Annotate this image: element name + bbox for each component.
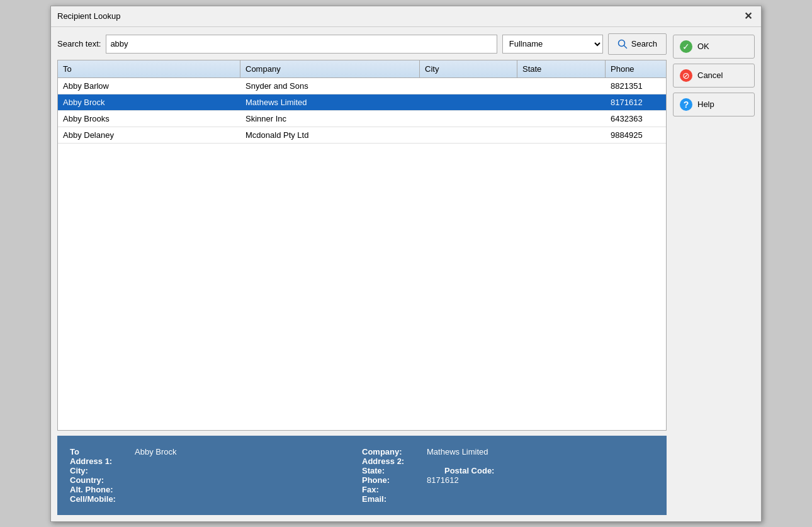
cell-company: Skinner Inc (240, 111, 420, 127)
table-body[interactable]: Abby Barlow Snyder and Sons 8821351 Abby… (58, 78, 666, 430)
search-text-label: Search text: (57, 39, 101, 48)
col-header-company: Company (240, 60, 420, 77)
cancel-icon: ⊘ (680, 69, 692, 82)
detail-company-row: Company: Mathews Limited (362, 447, 654, 456)
cell-city (420, 111, 517, 127)
detail-column-left: To Abby Brock Address 1: City: Count (70, 447, 362, 504)
detail-alt-phone-row: Alt. Phone: (70, 485, 362, 494)
detail-address1-row: Address 1: (70, 456, 362, 466)
cancel-button[interactable]: ⊘ Cancel (673, 64, 755, 88)
cell-state (517, 127, 606, 143)
detail-country-row: Country: (70, 475, 362, 485)
svg-line-1 (624, 45, 626, 48)
table-header: To Company City State Phone (58, 60, 666, 78)
detail-email-label: Email: (362, 494, 422, 504)
table-row[interactable]: Abby Barlow Snyder and Sons 8821351 (58, 78, 666, 94)
col-header-city: City (420, 60, 517, 77)
cell-phone: 8171612 (606, 94, 666, 110)
detail-country-label: Country: (70, 475, 130, 485)
detail-address2-row: Address 2: (362, 456, 654, 466)
detail-panel: To Abby Brock Address 1: City: Count (57, 436, 667, 515)
detail-city-label: City: (70, 466, 130, 475)
cell-to: Abby Delaney (58, 127, 240, 143)
right-panel: ✓ OK ⊘ Cancel ? Help (673, 33, 755, 515)
search-icon (617, 39, 628, 49)
col-header-to: To (58, 60, 240, 77)
col-header-state: State (517, 60, 606, 77)
cell-company: Snyder and Sons (240, 78, 420, 94)
cancel-button-label: Cancel (697, 71, 723, 80)
detail-phone-label: Phone: (362, 475, 422, 485)
cell-phone: 9884925 (606, 127, 666, 143)
search-button-label: Search (631, 39, 657, 48)
detail-to-label: To (70, 447, 130, 456)
results-table-container: To Company City State Phone Abby Barlow … (57, 60, 667, 431)
ok-icon: ✓ (680, 40, 692, 53)
detail-fax-label: Fax: (362, 485, 422, 494)
detail-phone-value: 8171612 (427, 475, 459, 485)
cell-phone: 8821351 (606, 78, 666, 94)
cell-to: Abby Brock (58, 94, 240, 110)
cell-company: Mathews Limited (240, 94, 420, 110)
col-header-phone: Phone (606, 60, 666, 77)
search-field-dropdown[interactable]: Fullname Company City State Phone (502, 35, 603, 54)
search-input[interactable] (106, 35, 497, 54)
detail-postal-label: Postal Code: (444, 466, 504, 475)
help-button-label: Help (697, 99, 714, 109)
cell-company: Mcdonald Pty Ltd (240, 127, 420, 143)
dialog-title: Recipient Lookup (57, 11, 120, 21)
detail-address1-label: Address 1: (70, 456, 130, 466)
ok-button[interactable]: ✓ OK (673, 35, 755, 59)
cell-to: Abby Brooks (58, 111, 240, 127)
detail-company-value: Mathews Limited (427, 447, 488, 456)
cell-state (517, 94, 606, 110)
detail-alt-phone-label: Alt. Phone: (70, 485, 130, 494)
dialog-recipient-lookup: Recipient Lookup ✕ Search text: Fullname… (50, 6, 762, 522)
help-button[interactable]: ? Help (673, 93, 755, 116)
detail-state-postal-row: State: Postal Code: (362, 466, 654, 475)
table-row[interactable]: Abby Delaney Mcdonald Pty Ltd 9884925 (58, 127, 666, 144)
detail-grid: To Abby Brock Address 1: City: Count (70, 447, 654, 504)
detail-fax-row: Fax: (362, 485, 654, 494)
cell-to: Abby Barlow (58, 78, 240, 94)
title-bar: Recipient Lookup ✕ (51, 6, 761, 27)
cell-city (420, 78, 517, 94)
left-panel: Search text: Fullname Company City State… (57, 33, 667, 515)
close-button[interactable]: ✕ (742, 10, 755, 23)
detail-city-row: City: (70, 466, 362, 475)
detail-company-label: Company: (362, 447, 422, 456)
search-row: Search text: Fullname Company City State… (57, 33, 667, 55)
ok-button-label: OK (697, 42, 709, 51)
cell-phone: 6432363 (606, 111, 666, 127)
detail-email-row: Email: (362, 494, 654, 504)
help-icon: ? (680, 98, 692, 111)
cell-state (517, 111, 606, 127)
detail-phone-row: Phone: 8171612 (362, 475, 654, 485)
cell-city (420, 127, 517, 143)
detail-column-right: Company: Mathews Limited Address 2: Stat… (362, 447, 654, 504)
table-row[interactable]: Abby Brock Mathews Limited 8171612 (58, 94, 666, 111)
search-button[interactable]: Search (608, 33, 667, 55)
detail-address2-label: Address 2: (362, 456, 422, 466)
table-row[interactable]: Abby Brooks Skinner Inc 6432363 (58, 111, 666, 127)
dialog-body: Search text: Fullname Company City State… (51, 27, 761, 521)
detail-to-row: To Abby Brock (70, 447, 362, 456)
detail-cell-row: Cell/Mobile: (70, 494, 362, 504)
detail-state-label: State: (362, 466, 422, 475)
detail-to-value: Abby Brock (135, 447, 176, 456)
cell-city (420, 94, 517, 110)
detail-cell-label: Cell/Mobile: (70, 494, 130, 504)
cell-state (517, 78, 606, 94)
